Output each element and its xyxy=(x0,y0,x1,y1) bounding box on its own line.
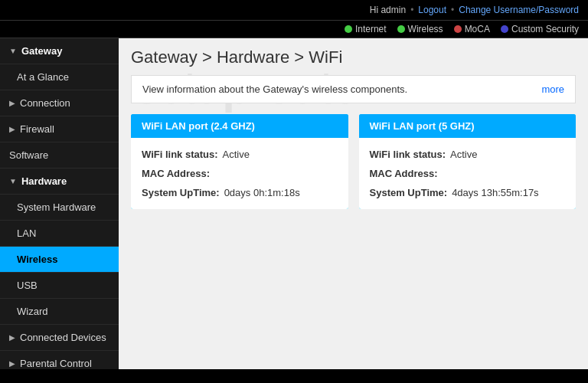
link-status-label-5: WiFi link status: xyxy=(370,149,446,160)
sidebar-item-gateway[interactable]: ▼ Gateway xyxy=(0,38,119,64)
wifi-field-link-status-24: WiFi link status: Active xyxy=(142,149,338,160)
moca-status-icon xyxy=(454,25,462,33)
wifi-field-link-status-5: WiFi link status: Active xyxy=(370,149,566,160)
uptime-value-5: 4days 13h:55m:17s xyxy=(452,187,538,198)
sep1: • xyxy=(410,5,413,15)
sidebar-item-parental-control[interactable]: ▶ Parental Control xyxy=(0,351,119,369)
parental-control-chevron-icon: ▶ xyxy=(9,359,15,368)
sidebar-item-label: System Hardware xyxy=(17,201,96,213)
more-link[interactable]: more xyxy=(541,83,564,95)
status-bar: Internet Wireless MoCA Custom Security xyxy=(0,21,588,38)
wifi-panel-24ghz-title: WiFi LAN port (2.4 GHZ) xyxy=(142,120,255,132)
sidebar-item-label: Hardware xyxy=(21,175,67,187)
wifi-panel-5ghz-header: WiFi LAN port (5 GHZ) xyxy=(359,114,577,138)
link-status-label-24: WiFi link status: xyxy=(142,149,218,160)
sidebar-item-wireless[interactable]: Wireless xyxy=(0,247,119,273)
internet-label: Internet xyxy=(355,24,387,34)
sidebar-item-label: Firewall xyxy=(20,123,54,135)
sidebar-item-system-hardware[interactable]: System Hardware xyxy=(0,195,119,221)
connected-devices-chevron-icon: ▶ xyxy=(9,333,15,342)
sidebar-item-software[interactable]: Software xyxy=(0,142,119,169)
sidebar-item-connected-devices[interactable]: ▶ Connected Devices xyxy=(0,325,119,351)
firewall-chevron-icon: ▶ xyxy=(9,125,15,133)
wifi-panel-5ghz-body: WiFi link status: Active MAC Address: Sy… xyxy=(359,138,577,209)
header: Hi admin • Logout • Change Username/Pass… xyxy=(0,0,588,21)
wifi-field-uptime-5: System UpTime: 4days 13h:55m:17s xyxy=(370,187,566,198)
mac-label-5: MAC Address: xyxy=(370,168,438,179)
wifi-panels: WiFi LAN port (2.4 GHZ) WiFi link status… xyxy=(131,114,576,209)
sidebar-item-label: Parental Control xyxy=(20,358,92,369)
uptime-value-24: 0days 0h:1m:18s xyxy=(224,187,300,198)
status-custom-security: Custom Security xyxy=(501,24,579,34)
page-title: Gateway > Hardware > WiFi xyxy=(131,47,576,67)
wifi-panel-24ghz: WiFi LAN port (2.4 GHZ) WiFi link status… xyxy=(131,114,348,209)
sidebar-item-connection[interactable]: ▶ Connection xyxy=(0,90,119,116)
sidebar-item-lan[interactable]: LAN xyxy=(0,221,119,247)
status-moca: MoCA xyxy=(454,24,490,34)
wifi-field-uptime-24: System UpTime: 0days 0h:1m:18s xyxy=(142,187,338,198)
info-text: View information about the Gateway's wir… xyxy=(142,83,407,95)
custom-security-label: Custom Security xyxy=(511,24,579,34)
main-layout: ▼ Gateway At a Glance ▶ Connection ▶ Fir… xyxy=(0,38,588,369)
page-content: Gateway > Hardware > WiFi View informati… xyxy=(119,38,588,218)
wifi-field-mac-24: MAC Address: xyxy=(142,168,338,179)
sidebar-item-label: Wireless xyxy=(17,254,57,265)
wifi-field-mac-5: MAC Address: xyxy=(370,168,566,179)
sidebar: ▼ Gateway At a Glance ▶ Connection ▶ Fir… xyxy=(0,38,119,369)
wifi-panel-24ghz-header: WiFi LAN port (2.4 GHZ) xyxy=(131,114,348,138)
status-internet: Internet xyxy=(345,24,387,34)
wifi-panel-24ghz-body: WiFi link status: Active MAC Address: Sy… xyxy=(131,138,348,209)
logout-link[interactable]: Logout xyxy=(418,5,446,15)
sidebar-item-wizard[interactable]: Wizard xyxy=(0,299,119,325)
info-bar: View information about the Gateway's wir… xyxy=(131,75,576,103)
uptime-label-24: System UpTime: xyxy=(142,187,220,198)
wireless-status-icon xyxy=(397,25,405,33)
sidebar-item-label: Connection xyxy=(20,97,70,109)
hardware-chevron-icon: ▼ xyxy=(9,177,17,185)
sidebar-item-label: Wizard xyxy=(17,306,47,317)
uptime-label-5: System UpTime: xyxy=(370,187,448,198)
connection-chevron-icon: ▶ xyxy=(9,99,15,107)
sidebar-item-firewall[interactable]: ▶ Firewall xyxy=(0,116,119,142)
sidebar-item-hardware[interactable]: ▼ Hardware xyxy=(0,169,119,195)
sidebar-item-at-a-glance[interactable]: At a Glance xyxy=(0,64,119,90)
main-area: setuprouter Gateway > Hardware > WiFi Vi… xyxy=(119,38,588,369)
wireless-label: Wireless xyxy=(408,24,443,34)
link-status-value-5: Active xyxy=(450,149,477,160)
internet-status-icon xyxy=(345,25,352,33)
sidebar-item-usb[interactable]: USB xyxy=(0,273,119,299)
sidebar-item-label: At a Glance xyxy=(17,71,69,83)
wifi-panel-5ghz-title: WiFi LAN port (5 GHZ) xyxy=(370,120,475,132)
sidebar-item-label: USB xyxy=(17,280,38,291)
sidebar-item-label: Connected Devices xyxy=(20,332,106,343)
link-status-value-24: Active xyxy=(223,149,250,160)
status-wireless: Wireless xyxy=(397,24,443,34)
change-credentials-link[interactable]: Change Username/Password xyxy=(459,5,579,15)
wifi-panel-5ghz: WiFi LAN port (5 GHZ) WiFi link status: … xyxy=(359,114,577,209)
gateway-chevron-icon: ▼ xyxy=(9,47,17,55)
mac-label-24: MAC Address: xyxy=(142,168,210,179)
custom-security-status-icon xyxy=(501,25,508,33)
sidebar-item-label: Software xyxy=(9,149,48,161)
sidebar-item-label: Gateway xyxy=(21,45,62,57)
sidebar-item-label: LAN xyxy=(17,228,36,239)
moca-label: MoCA xyxy=(465,24,490,34)
greeting-text: Hi admin xyxy=(370,5,406,15)
sep2: • xyxy=(451,5,454,15)
